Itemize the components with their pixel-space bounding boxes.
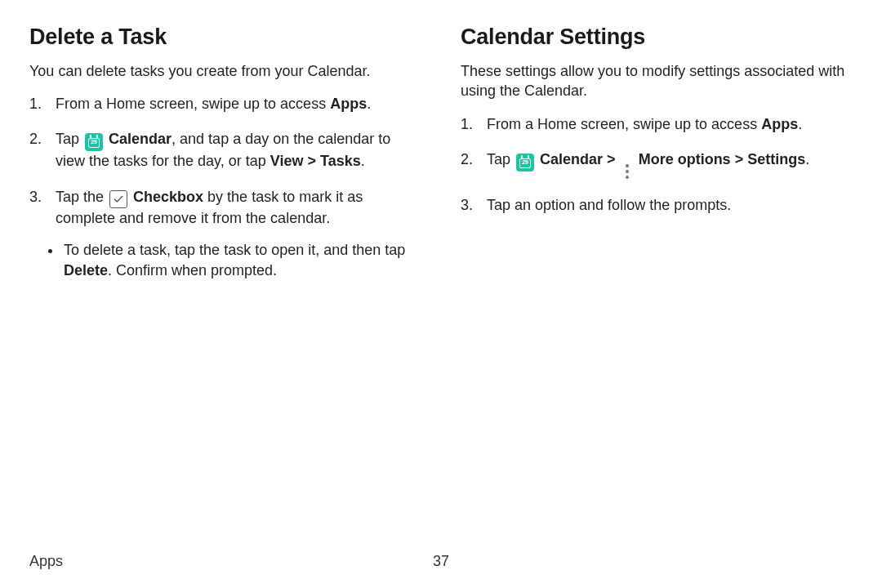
calendar-icon: 29 [516,154,534,172]
chevron-icon: > [735,151,744,167]
text: . [798,116,802,132]
chevron-icon: > [607,151,616,167]
right-column: Calendar Settings These settings allow y… [461,24,853,296]
page-footer: Apps 37 [29,553,853,570]
step-3: Tap the Checkbox by the task to mark it … [29,187,421,282]
heading-delete-task: Delete a Task [29,24,421,50]
intro-text: You can delete tasks you create from you… [29,61,421,81]
steps-list: From a Home screen, swipe up to access A… [29,94,421,281]
heading-calendar-settings: Calendar Settings [461,24,853,50]
intro-text: These settings allow you to modify setti… [461,61,853,101]
calendar-icon-number: 29 [85,139,103,145]
bold-calendar: Calendar [109,131,172,147]
footer-section-label: Apps [29,553,63,570]
bold-checkbox: Checkbox [133,189,203,205]
text: Tap [56,131,83,147]
bold-settings: Settings [747,151,805,167]
checkbox-icon [109,190,127,208]
left-column: Delete a Task You can delete tasks you c… [29,24,421,296]
calendar-icon-number: 29 [516,159,534,165]
bold-view: View [270,153,304,169]
footer-page-number: 37 [433,553,449,570]
text: . [361,153,365,169]
text: Tap [487,151,514,167]
text: Tap an option and follow the prompts. [487,197,731,213]
bold-apps: Apps [330,96,367,112]
step-1: From a Home screen, swipe up to access A… [461,114,853,135]
more-options-icon [621,163,633,180]
text: . [805,151,809,167]
text: . Confirm when prompted. [108,262,277,278]
step-2: Tap 29 Calendar, and tap a day on the ca… [29,129,421,172]
sub-bullet: To delete a task, tap the task to open i… [62,240,421,281]
chevron-icon: > [308,153,317,169]
text: Tap the [56,189,108,205]
content-columns: Delete a Task You can delete tasks you c… [29,24,853,296]
step-3: Tap an option and follow the prompts. [461,195,853,216]
calendar-icon: 29 [85,133,103,151]
bold-more-options: More options [639,151,731,167]
text: . [367,96,371,112]
text: From a Home screen, swipe up to access [487,116,761,132]
bold-delete: Delete [64,262,108,278]
step-2: Tap 29 Calendar > More options > Setting… [461,149,853,180]
bold-tasks: Tasks [320,153,361,169]
bold-apps: Apps [761,116,798,132]
sub-bullet-list: To delete a task, tap the task to open i… [62,240,421,281]
text: From a Home screen, swipe up to access [56,96,330,112]
text: To delete a task, tap the task to open i… [64,242,405,258]
steps-list: From a Home screen, swipe up to access A… [461,114,853,216]
bold-calendar: Calendar [540,151,603,167]
step-1: From a Home screen, swipe up to access A… [29,94,421,114]
